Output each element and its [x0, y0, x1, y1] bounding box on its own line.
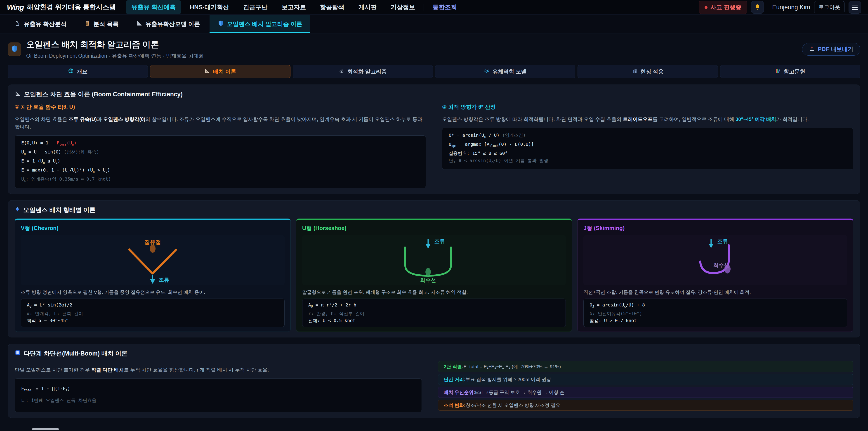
export-icon [809, 45, 815, 53]
current-arrow-head [426, 244, 431, 249]
section-tab-optimization-algorithm[interactable]: 최적화 알고리즘 [293, 65, 433, 78]
section-tab-label: 현장 적용 [640, 68, 664, 75]
microscope-icon [14, 20, 21, 28]
note-two-stage-series: 2단 직렬: E_total = E₁+E₂−E₁·E₂ (예: 70%+70%… [438, 361, 853, 372]
u-shape-diagram: 조류 회수선 [302, 235, 566, 285]
collection-point-label: 집유점 [145, 239, 161, 245]
efficiency-left-column: ① 차단 효율 함수 E(θ, U) 오일펜스의 차단 효율은 조류 유속(U)… [15, 103, 426, 188]
panel-title: 오일펜스 배치 형태별 이론 [23, 206, 96, 214]
building-icon [632, 68, 638, 75]
nav-item-board[interactable]: 게시판 [353, 0, 382, 14]
nav-item-hns-air-diffusion[interactable]: HNS·대기확산 [184, 0, 235, 14]
formula-line: Ei: i번째 오일펜스 단독 차단효율 [21, 395, 415, 407]
pdf-export-button[interactable]: PDF 내보내기 [802, 43, 860, 56]
formula-line: E = max(0, 1 - (Un/Uc)²) (Un > Uc) [21, 166, 419, 175]
section-tab-label: 개요 [76, 68, 88, 75]
efficiency-columns: ① 차단 효율 함수 E(θ, U) 오일펜스의 차단 효율은 조류 유속(U)… [15, 103, 853, 188]
clipboard-icon [84, 20, 90, 28]
notifications-button[interactable] [751, 1, 764, 13]
tab-label: 유출유확산모델 이론 [145, 20, 200, 28]
formula-line: E(θ,U) = 1 - Floss(Un) [21, 139, 419, 148]
panel-boom-shapes: 오일펜스 배치 형태별 이론 V형 (Chevron) 집유점 조류 조류 방향… [8, 200, 860, 337]
formula-line: 최적 α = 30°~45° [27, 317, 278, 324]
shape-cards: V형 (Chevron) 집유점 조류 조류 방향 정면에서 양측으로 펼친 V… [15, 219, 853, 332]
section-tab-references[interactable]: 참고문헌 [720, 65, 860, 78]
section-tab-field-application[interactable]: 현장 적용 [578, 65, 718, 78]
nav-item-aerial-search[interactable]: 항공탐색 [314, 0, 350, 14]
card-formula-block: AU = π·r²/2 + 2r·h r: 반경, h: 직선부 길이 전제: … [302, 299, 566, 327]
formula-line: Un = U · sin(θ) (법선방향 유속) [21, 148, 419, 157]
gear-icon [339, 68, 344, 75]
formula-block-efficiency: E(θ,U) = 1 - Floss(Un) Un = U · sin(θ) (… [15, 135, 426, 188]
card-description: 말굽형으로 기름을 완전 포위. 폐쇄형 구조로 회수 효율 최고. 저조류 해… [302, 289, 566, 296]
tab-oil-spill-analysis[interactable]: 유출유 확산분석 [6, 15, 74, 33]
nav-item-integrated-search[interactable]: 통합조회 [427, 0, 462, 14]
logout-button[interactable]: 로그아웃 [814, 1, 844, 13]
card-description: 직선+곡선 조합. 기름을 한쪽으로 편향 유도하여 집유. 강조류·연안 배치… [583, 289, 847, 296]
nav-item-reports[interactable]: 보고자료 [276, 0, 311, 14]
page-title: 오일펜스 배치 최적화 알고리즘 이론 [26, 39, 204, 50]
current-arrow-head [150, 279, 155, 284]
hamburger-icon [852, 5, 858, 6]
incident-dot-icon [705, 6, 708, 9]
recovery-vessel-dot [426, 268, 431, 276]
set-square-icon [204, 68, 210, 75]
panel-header: 오일펜스 배치 형태별 이론 [15, 206, 853, 214]
formula-line: 단, θ < arcsin(Uc/U) 이면 기름 통과 발생 [449, 157, 847, 166]
card-j-skimming: J형 (Skimming) 조류 회수선 직선+곡선 조합. 기름을 한쪽으로 … [577, 219, 853, 332]
user-name: Eunjeong Kim [772, 4, 810, 11]
formula-line: 활용: U > 0.7 knot [590, 317, 841, 324]
app-logo[interactable]: Wing 해양환경 위기대응 통합시스템 [7, 3, 116, 12]
horizontal-scrollbar-thumb[interactable] [32, 428, 59, 430]
bell-icon [754, 4, 761, 11]
panel-header: 다단계 차단선(Multi-Boom) 배치 이론 [15, 349, 853, 358]
recovery-vessel-dot [724, 265, 731, 274]
note-stage-spacing: 단간 거리: 부표 집적 방지를 위해 ≥ 200m 이격 권장 [438, 374, 853, 385]
nav-item-weather-info[interactable]: 기상정보 [385, 0, 421, 14]
j-shape-diagram: 조류 회수선 [583, 235, 847, 285]
subsection-heading: ② 최적 방향각 θ* 산정 [442, 103, 853, 111]
tab-label: 분석 목록 [93, 20, 119, 28]
topbar-right: 사고 진행중 Eunjeong Kim 로그아웃 [699, 1, 861, 14]
multiboom-columns: 단일 오일펜스로 차단 불가한 경우 직렬 다단 배치로 누적 차단 효율을 향… [15, 361, 853, 412]
formula-block-multiboom: Etotal = 1 - ∏(1-Ei) Ei: i번째 오일펜스 단독 차단효… [15, 378, 422, 412]
formula-line: θ* = arcsin(Uc / U) (임계조건) [449, 131, 847, 141]
card-title: J형 (Skimming) [583, 224, 847, 232]
page-title-group: 오일펜스 배치 최적화 알고리즘 이론 Oil Boom Deployment … [26, 39, 204, 59]
nav-item-emergency-rescue[interactable]: 긴급구난 [238, 0, 273, 14]
tab-label: 오일펜스 배치 알고리즘 이론 [227, 20, 303, 28]
app-root: Wing 해양환경 위기대응 통합시스템 유출유 확산예측 HNS·대기확산 긴… [0, 0, 868, 431]
formula-line: Etotal = 1 - ∏(1-Ei) [21, 383, 415, 395]
tab-diffusion-model-theory[interactable]: 유출유확산모델 이론 [128, 15, 208, 33]
panel-title: 오일펜스 차단 효율 이론 (Boom Containment Efficien… [24, 90, 183, 98]
section-tab-label: 배치 이론 [213, 68, 236, 75]
card-v-chevron: V형 (Chevron) 집유점 조류 조류 방향 정면에서 양측으로 펼친 V… [15, 219, 291, 332]
formula-line: r: 반경, h: 직선부 길이 [308, 310, 560, 317]
incident-label: 사고 진행중 [710, 3, 741, 11]
wave-icon [484, 68, 490, 75]
card-title: U형 (Horseshoe) [302, 224, 566, 232]
top-navigation-bar: Wing 해양환경 위기대응 통합시스템 유출유 확산예측 HNS·대기확산 긴… [0, 0, 868, 15]
shield-icon [11, 45, 18, 54]
section-tab-label: 유체역학 모델 [493, 68, 527, 75]
section-tab-placement-theory[interactable]: 배치 이론 [150, 65, 290, 78]
shield-icon [218, 20, 224, 28]
tab-analysis-list[interactable]: 분석 목록 [76, 15, 127, 33]
set-square-icon [15, 90, 21, 98]
divider [121, 4, 121, 11]
page-subtitle: Oil Boom Deployment Optimization · 유출유 확… [26, 53, 204, 59]
current-label: 조류 [159, 277, 169, 283]
formula-line: δ: 안전여유각(5°~10°) [590, 310, 841, 317]
section-tab-label: 참고문헌 [784, 68, 805, 75]
globe-icon [68, 68, 74, 75]
panel-multiboom: 다단계 차단선(Multi-Boom) 배치 이론 단일 오일펜스로 차단 불가… [8, 344, 860, 418]
section-tab-hydrodynamics-model[interactable]: 유체역학 모델 [435, 65, 575, 78]
hamburger-menu-button[interactable] [848, 1, 861, 13]
nav-item-oil-spill-prediction[interactable]: 유출유 확산예측 [126, 0, 181, 14]
current-label: 조류 [717, 238, 728, 244]
efficiency-right-column: ② 최적 방향각 θ* 산정 오일펜스 방향각은 조류 방향에 따라 최적화됩니… [442, 103, 853, 188]
incident-status-badge[interactable]: 사고 진행중 [699, 1, 747, 14]
tab-boom-placement-theory[interactable]: 오일펜스 배치 알고리즘 이론 [210, 15, 311, 33]
section-tab-overview[interactable]: 개요 [8, 65, 148, 78]
multiboom-grid-icon [15, 350, 21, 357]
